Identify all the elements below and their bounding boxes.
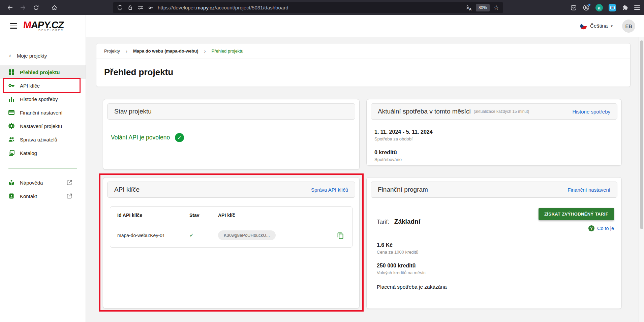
browser-home-icon[interactable] xyxy=(49,2,60,13)
credit-card-icon xyxy=(8,109,15,116)
sidebar-item-usage-history[interactable]: Historie spotřeby xyxy=(0,92,86,106)
pocket-icon[interactable] xyxy=(570,4,577,11)
check-circle-icon: ✓ xyxy=(175,133,184,142)
sidebar-toggle-icon[interactable] xyxy=(10,22,17,30)
browser-back-icon[interactable] xyxy=(4,2,16,13)
security-icons xyxy=(117,5,154,11)
api-keys-card-header: API klíče Správa API klíčů xyxy=(107,182,355,198)
card-title: Stav projektu xyxy=(114,108,152,115)
permissions-sliders-icon[interactable] xyxy=(137,5,144,11)
sidebar-link-help[interactable]: Nápověda xyxy=(0,176,86,189)
lock-icon[interactable] xyxy=(127,5,133,10)
zoom-level-badge[interactable]: 80% xyxy=(476,4,490,11)
card-title: API klíče xyxy=(114,186,140,193)
usage-history-link[interactable]: Historie spotřeby xyxy=(572,109,610,115)
url-bar[interactable]: https://developer.mapy.cz/account/projec… xyxy=(113,2,503,13)
browser-toolbar: https://developer.mapy.cz/account/projec… xyxy=(0,0,644,15)
external-link-icon xyxy=(66,193,73,199)
sidebar-item-user-management[interactable]: Správa uživatelů xyxy=(0,133,86,146)
toolbar-right-icons: a xyxy=(570,0,640,15)
breadcrumb-projects[interactable]: Projekty xyxy=(104,49,120,54)
credits-label: Volných kreditů na měsíc xyxy=(377,270,614,275)
what-is-it-link[interactable]: Co to je xyxy=(597,226,614,231)
sidebar-link-contact[interactable]: Kontakt xyxy=(0,189,86,203)
sidebar: ‹ Moje projekty Přehled projektu API klí… xyxy=(0,37,86,322)
sidebar-link-label: Nápověda xyxy=(20,180,43,186)
project-status-card: Stav projektu Volání API je povoleno ✓ xyxy=(103,99,360,170)
sidebar-back-my-projects[interactable]: ‹ Moje projekty xyxy=(0,50,86,61)
mapy-cz-logo[interactable]: MAPY.CZ DEVELOPER xyxy=(23,20,64,32)
account-icon[interactable] xyxy=(583,4,590,11)
scrollbar-thumb[interactable] xyxy=(640,40,643,229)
url-host: mapy.cz xyxy=(196,5,215,10)
extension-a-icon[interactable]: a xyxy=(595,4,603,11)
sidebar-item-label: API klíče xyxy=(20,83,40,89)
api-keys-table-header: Id API klíče Stav API klíč xyxy=(110,207,352,223)
get-discounted-tariff-button[interactable]: ZÍSKAT ZVÝHODNĚNÝ TARIF xyxy=(539,208,614,220)
sidebar-item-api-keys[interactable]: API klíče xyxy=(0,79,86,92)
browser-forward-icon[interactable] xyxy=(17,2,29,13)
chevron-left-icon: ‹ xyxy=(9,53,11,59)
sidebar-item-catalog[interactable]: Katalog xyxy=(0,146,86,160)
bar-chart-icon xyxy=(8,96,15,102)
language-label: Čeština xyxy=(590,23,608,29)
period-label: Spotřeba za období xyxy=(374,136,614,141)
question-mark-icon: ? xyxy=(588,225,594,231)
translate-icon[interactable]: A xyxy=(465,4,472,11)
price-label: Cena za 1000 kreditů xyxy=(377,250,614,255)
avatar[interactable]: EB xyxy=(622,20,635,33)
gear-icon xyxy=(8,123,15,129)
extension-recorder-icon[interactable] xyxy=(609,4,616,11)
key-icon xyxy=(8,82,15,89)
api-keys-card: API klíče Správa API klíčů Id API klíče … xyxy=(103,177,360,309)
logo-rest: APY.CZ xyxy=(31,20,65,30)
url-path: /account/project/5031/dashboard xyxy=(215,5,288,10)
card-title: Aktuální spotřeba v tomto měsíci xyxy=(378,108,471,115)
what-is-it-help[interactable]: ? Co to je xyxy=(588,225,614,231)
app-header: MAPY.CZ DEVELOPER Čeština ▾ EB xyxy=(0,15,644,37)
breadcrumb-project[interactable]: Mapa do webu (mapa-do-webu) xyxy=(133,49,198,54)
api-allowed-status-text: Volání API je povoleno xyxy=(111,134,170,141)
sidebar-item-project-settings[interactable]: Nastavení projektu xyxy=(0,119,86,133)
users-icon xyxy=(8,136,15,143)
page-title: Přehled projektu xyxy=(96,59,630,87)
bookmark-star-icon[interactable]: ☆ xyxy=(493,4,499,11)
copy-icon[interactable] xyxy=(336,231,344,239)
column-header-key: API klíč xyxy=(218,213,329,218)
api-keys-table: Id API klíče Stav API klíč mapa-do-webu:… xyxy=(110,206,352,248)
manage-api-keys-link[interactable]: Správa API klíčů xyxy=(311,187,348,193)
project-status-card-header: Stav projektu xyxy=(107,103,355,120)
financial-settings-link[interactable]: Finanční nastavení xyxy=(568,187,610,193)
chevron-down-icon: ▾ xyxy=(611,24,613,28)
api-key-masked-value: K30wg8ePoUHbuckU... xyxy=(218,230,276,240)
financial-program-card: Finanční program Finanční nastavení Tari… xyxy=(366,177,622,309)
language-selector[interactable]: Čeština ▾ xyxy=(580,23,613,30)
column-header-id: Id API klíče xyxy=(110,213,189,218)
header-left: MAPY.CZ DEVELOPER xyxy=(0,15,86,37)
sidebar-item-label: Historie spotřeby xyxy=(20,96,58,102)
card-title: Finanční program xyxy=(378,186,428,193)
shield-icon[interactable] xyxy=(117,5,123,11)
main-content: Projekty › Mapa do webu (mapa-do-webu) ›… xyxy=(86,37,644,322)
chevron-right-icon: › xyxy=(126,49,127,54)
url-scheme: https://developer. xyxy=(158,5,196,10)
browser-menu-icon[interactable] xyxy=(634,4,640,11)
browser-reload-icon[interactable] xyxy=(30,2,42,13)
financial-program-card-header: Finanční program Finanční nastavení xyxy=(371,182,617,198)
table-row: mapa-do-webu:Key-01 ✓ K30wg8ePoUHbuckU..… xyxy=(110,223,352,247)
key-permission-icon[interactable] xyxy=(148,5,154,11)
sidebar-item-label: Nastavení projektu xyxy=(20,123,62,129)
url-text[interactable]: https://developer.mapy.cz/account/projec… xyxy=(158,5,462,10)
refresh-note: (aktualizace každých 15 minut) xyxy=(474,109,529,114)
scrollbar-track[interactable] xyxy=(639,37,644,322)
tariff-row: Tarif:Základní xyxy=(377,218,420,225)
external-link-icon xyxy=(66,179,73,186)
extensions-puzzle-icon[interactable] xyxy=(622,4,628,11)
grid-icon xyxy=(8,69,15,75)
sidebar-item-financial-settings[interactable]: Finanční nastavení xyxy=(0,106,86,119)
price-value: 1.6 Kč xyxy=(377,242,614,248)
sidebar-item-project-overview[interactable]: Přehled projektu xyxy=(0,65,86,79)
sidebar-back-label: Moje projekty xyxy=(17,53,47,59)
period-value: 1. 11. 2024 - 5. 11. 2024 xyxy=(374,129,614,135)
tariff-label: Tarif: xyxy=(377,219,389,225)
